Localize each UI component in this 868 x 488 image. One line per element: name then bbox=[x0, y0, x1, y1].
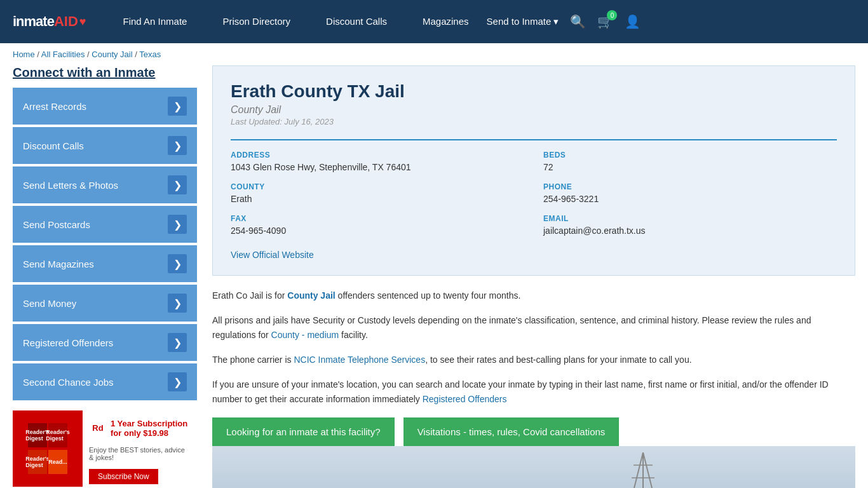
county-value: Erath bbox=[231, 194, 524, 204]
sidebar-item-send-letters[interactable]: Send Letters & Photos ❯ bbox=[13, 166, 197, 203]
description-p3: The phone carrier is NCIC Inmate Telepho… bbox=[212, 353, 855, 367]
ad-right: Rd 1 Year Subscription for only $19.98 E… bbox=[83, 410, 197, 487]
breadcrumb: Home / All Facilities / County Jail / Te… bbox=[0, 43, 868, 65]
sidebar-item-send-magazines[interactable]: Send Magazines ❯ bbox=[13, 245, 197, 282]
sidebar-arrow-second-chance-jobs: ❯ bbox=[168, 372, 187, 391]
facility-name: Erath County TX Jail bbox=[231, 81, 837, 102]
nav-find-inmate[interactable]: Find An Inmate bbox=[105, 0, 205, 43]
county-label: COUNTY bbox=[231, 182, 524, 191]
tower-svg bbox=[624, 452, 662, 488]
address-value: 1043 Glen Rose Hwy, Stephenville, TX 764… bbox=[231, 162, 524, 172]
ncic-link[interactable]: NCIC Inmate Telephone Services bbox=[294, 355, 425, 365]
facility-last-updated: Last Updated: July 16, 2023 bbox=[231, 117, 837, 126]
logo-aid: AID bbox=[54, 13, 78, 30]
search-icon[interactable]: 🔍 bbox=[570, 14, 586, 29]
registered-offenders-link[interactable]: Registered Offenders bbox=[423, 394, 507, 404]
cart-button[interactable]: 🛒 0 bbox=[597, 14, 613, 29]
header: inmate AID ♥ Find An Inmate Prison Direc… bbox=[0, 0, 868, 43]
cart-badge: 0 bbox=[607, 10, 617, 20]
phone-value: 254-965-3221 bbox=[543, 194, 837, 204]
svg-line-1 bbox=[643, 452, 656, 488]
sidebar-item-send-money[interactable]: Send Money ❯ bbox=[13, 285, 197, 322]
logo-heart-icon: ♥ bbox=[79, 15, 86, 29]
address-block: ADDRESS 1043 Glen Rose Hwy, Stephenville… bbox=[231, 151, 524, 172]
cta-buttons: Looking for an inmate at this facility? … bbox=[212, 417, 855, 446]
sidebar-label-send-letters: Send Letters & Photos bbox=[23, 180, 118, 191]
send-to-inmate-link[interactable]: Send to Inmate ▾ bbox=[487, 16, 559, 27]
sidebar-arrow-arrest-records: ❯ bbox=[168, 97, 187, 116]
main-container: Connect with an Inmate Arrest Records ❯ … bbox=[0, 65, 868, 488]
sidebar-item-arrest-records[interactable]: Arrest Records ❯ bbox=[13, 88, 197, 125]
logo-text: inmate bbox=[13, 13, 54, 30]
sidebar-arrow-send-letters: ❯ bbox=[168, 175, 187, 194]
nav-magazines[interactable]: Magazines bbox=[405, 0, 487, 43]
sidebar-item-discount-calls[interactable]: Discount Calls ❯ bbox=[13, 127, 197, 164]
sidebar-arrow-send-magazines: ❯ bbox=[168, 254, 187, 273]
beds-block: BEDS 72 bbox=[543, 151, 837, 172]
main-content: Erath County TX Jail County Jail Last Up… bbox=[212, 65, 855, 488]
sidebar-label-second-chance-jobs: Second Chance Jobs bbox=[23, 377, 114, 388]
fax-block: FAX 254-965-4090 bbox=[231, 214, 524, 236]
main-nav: Find An Inmate Prison Directory Discount… bbox=[105, 0, 487, 43]
official-website-link[interactable]: View Official Website bbox=[231, 250, 314, 260]
svg-line-0 bbox=[630, 452, 643, 488]
beds-value: 72 bbox=[543, 162, 837, 172]
nav-discount-calls[interactable]: Discount Calls bbox=[308, 0, 405, 43]
sidebar-label-send-postcards: Send Postcards bbox=[23, 219, 90, 230]
visitations-cta-button[interactable]: Visitations - times, rules, Covid cancel… bbox=[403, 417, 620, 446]
county-block: COUNTY Erath bbox=[231, 182, 524, 204]
email-value: jailcaptain@co.erath.tx.us bbox=[543, 226, 837, 236]
county-medium-link[interactable]: County - medium bbox=[271, 330, 339, 340]
fax-value: 254-965-4090 bbox=[231, 226, 524, 236]
county-jail-link[interactable]: County Jail bbox=[287, 290, 335, 301]
sidebar-title: Connect with an Inmate bbox=[13, 65, 197, 80]
sidebar-label-send-magazines: Send Magazines bbox=[23, 259, 94, 269]
sidebar-arrow-send-money: ❯ bbox=[168, 294, 187, 313]
phone-block: PHONE 254-965-3221 bbox=[543, 182, 837, 204]
breadcrumb-county-jail[interactable]: County Jail bbox=[92, 50, 132, 59]
nav-links: Find An Inmate Prison Directory Discount… bbox=[105, 0, 487, 43]
sidebar-arrow-discount-calls: ❯ bbox=[168, 136, 187, 155]
sidebar: Connect with an Inmate Arrest Records ❯ … bbox=[13, 65, 197, 488]
sidebar-label-registered-offenders: Registered Offenders bbox=[23, 337, 113, 348]
ad-subtitle: Enjoy the BEST stories, advice & jokes! bbox=[89, 446, 191, 461]
beds-label: BEDS bbox=[543, 151, 837, 159]
email-block: EMAIL jailcaptain@co.erath.tx.us bbox=[543, 214, 837, 236]
ad-inner: Reader'sDigest Reader'sDigest Reader'sDi… bbox=[13, 410, 197, 487]
sidebar-item-second-chance-jobs[interactable]: Second Chance Jobs ❯ bbox=[13, 363, 197, 400]
email-label: EMAIL bbox=[543, 214, 837, 223]
sidebar-item-send-postcards[interactable]: Send Postcards ❯ bbox=[13, 206, 197, 243]
official-link-block: View Official Website bbox=[231, 250, 837, 260]
ad-left: Reader'sDigest Reader'sDigest Reader'sDi… bbox=[13, 410, 83, 487]
breadcrumb-all-facilities[interactable]: All Facilities bbox=[41, 50, 85, 59]
breadcrumb-texas[interactable]: Texas bbox=[139, 50, 161, 59]
ad-subscribe-button[interactable]: Subscribe Now bbox=[89, 469, 158, 484]
description-p2: All prisons and jails have Security or C… bbox=[212, 313, 855, 342]
sidebar-arrow-registered-offenders: ❯ bbox=[168, 333, 187, 352]
sidebar-item-registered-offenders[interactable]: Registered Offenders ❯ bbox=[13, 324, 197, 361]
facility-image bbox=[212, 446, 855, 488]
sidebar-label-discount-calls: Discount Calls bbox=[23, 140, 84, 151]
ad-banner: Reader'sDigest Reader'sDigest Reader'sDi… bbox=[13, 410, 197, 487]
address-label: ADDRESS bbox=[231, 151, 524, 159]
ad-headline: 1 Year Subscription for only $19.98 bbox=[111, 419, 191, 438]
sidebar-label-send-money: Send Money bbox=[23, 298, 76, 309]
description-p4: If you are unsure of your inmate's locat… bbox=[212, 377, 855, 407]
sidebar-arrow-send-postcards: ❯ bbox=[168, 215, 187, 234]
find-inmate-cta-button[interactable]: Looking for an inmate at this facility? bbox=[212, 417, 395, 446]
ad-rd-logo: Rd bbox=[89, 413, 107, 444]
facility-info-grid: ADDRESS 1043 Glen Rose Hwy, Stephenville… bbox=[231, 139, 837, 260]
nav-right: Send to Inmate ▾ 🔍 🛒 0 👤 bbox=[487, 14, 641, 29]
fax-label: FAX bbox=[231, 214, 524, 223]
logo[interactable]: inmate AID ♥ bbox=[13, 13, 86, 30]
facility-type: County Jail bbox=[231, 104, 837, 116]
nav-prison-directory[interactable]: Prison Directory bbox=[205, 0, 308, 43]
facility-card: Erath County TX Jail County Jail Last Up… bbox=[212, 65, 855, 276]
breadcrumb-home[interactable]: Home bbox=[13, 50, 35, 59]
sidebar-label-arrest-records: Arrest Records bbox=[23, 101, 86, 112]
user-icon[interactable]: 👤 bbox=[625, 14, 641, 29]
phone-label: PHONE bbox=[543, 182, 837, 191]
description-p1: Erath Co Jail is for County Jail offende… bbox=[212, 288, 855, 303]
